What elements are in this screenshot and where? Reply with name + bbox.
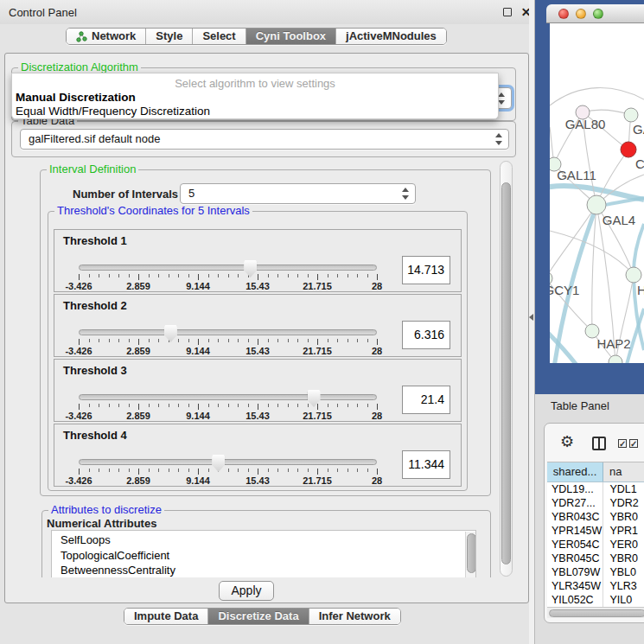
panel-splitter[interactable]	[529, 0, 535, 644]
slider-tick	[377, 274, 378, 280]
scrollbar-thumb[interactable]	[549, 609, 644, 617]
slider-handle[interactable]	[164, 325, 177, 342]
table-data-combobox[interactable]: galFiltered.sif default node	[20, 129, 509, 150]
node-attribute-table[interactable]: shared... na YDL19...YDL1YDR27...YDR2YBR…	[547, 462, 644, 607]
table-horizontal-scrollbar[interactable]	[547, 607, 644, 618]
tab-impute-data[interactable]: Impute Data	[124, 609, 207, 624]
slider-track[interactable]	[79, 329, 377, 335]
slider-tick	[348, 339, 348, 342]
scrollbar-thumb[interactable]	[501, 182, 511, 564]
table-row[interactable]: YBR045CYBR0	[547, 552, 644, 565]
network-node-label: C	[635, 156, 644, 171]
tab-jactivemnodules[interactable]: jActiveMNodules	[335, 29, 446, 44]
threshold-2-value-field[interactable]: 6.316	[402, 321, 450, 349]
gear-icon[interactable]: ⚙	[560, 434, 574, 450]
slider-tick	[188, 339, 189, 342]
slider-track[interactable]	[79, 394, 377, 400]
attribute-list-item[interactable]: TopologicalCoefficient	[61, 548, 475, 564]
slider-handle[interactable]	[308, 390, 321, 407]
network-node[interactable]	[621, 142, 636, 157]
apply-button[interactable]: Apply	[219, 581, 274, 601]
table-row[interactable]: YER054CYER0	[547, 538, 644, 552]
table-row[interactable]: YPR145WYPR1	[547, 524, 644, 538]
slider-tick	[377, 339, 378, 345]
table-cell[interactable]: YLR345W	[547, 579, 603, 593]
table-cell[interactable]: YLR3	[603, 579, 644, 593]
numerical-attributes-list[interactable]: SelfLoopsTopologicalCoefficientBetweenne…	[51, 530, 476, 577]
table-cell[interactable]: YDR2	[603, 496, 644, 510]
network-node[interactable]	[624, 108, 638, 122]
table-cell[interactable]: YBR0	[603, 510, 644, 524]
table-row[interactable]: YDR27...YDR2	[547, 496, 644, 510]
table-cell[interactable]: YER0	[603, 538, 644, 552]
scrollbar-thumb[interactable]	[467, 533, 476, 573]
close-window-icon[interactable]	[558, 9, 569, 19]
network-view-canvas[interactable]: GAL80GACGAL11GAL4GCY1HHAP2	[550, 23, 644, 363]
threshold-1-value-field[interactable]: 14.713	[402, 256, 450, 284]
table-cell[interactable]: YDR27...	[547, 496, 603, 510]
threshold-4-panel: Threshold 4 -3.4262.8599.14415.4321.7152…	[54, 424, 462, 487]
popup-option-equal-width-frequency[interactable]: Equal Width/Frequency Discretization	[16, 105, 210, 118]
tab-discretize-data[interactable]: Discretize Data	[207, 609, 308, 624]
attribute-list-item[interactable]: SelfLoops	[61, 532, 475, 548]
column-header-shared-name[interactable]: shared...	[547, 462, 603, 481]
settings-scrollbar[interactable]	[500, 161, 513, 577]
table-cell[interactable]: YPR1	[603, 524, 644, 538]
threshold-1-slider[interactable]: -3.4262.8599.14415.4321.71528	[79, 263, 377, 292]
network-node[interactable]	[626, 267, 641, 283]
slider-handle[interactable]	[244, 260, 257, 277]
table-cell[interactable]: YBR043C	[547, 510, 603, 524]
table-cell[interactable]: YPR145W	[547, 524, 603, 538]
slider-handle[interactable]	[212, 455, 225, 472]
tab-cyni-toolbox[interactable]: Cyni Toolbox	[245, 29, 335, 44]
table-cell[interactable]: YDL19...	[547, 482, 603, 496]
slider-track[interactable]	[79, 459, 377, 465]
table-row[interactable]: YBR043CYBR0	[547, 510, 644, 524]
table-cell[interactable]: YIL0	[603, 593, 644, 607]
slider-tick	[337, 469, 338, 472]
table-row[interactable]: YBL079WYBL0	[547, 565, 644, 579]
slider-tick	[367, 404, 368, 407]
float-panel-icon[interactable]	[503, 8, 512, 16]
network-node[interactable]	[587, 195, 606, 214]
checkbox-icon[interactable]: ✓	[629, 439, 638, 448]
table-row[interactable]: YDL19...YDL1	[547, 482, 644, 496]
table-cell[interactable]: YER054C	[547, 538, 603, 552]
table-row[interactable]: YLR345WYLR3	[547, 579, 644, 593]
table-cell[interactable]: YIL052C	[547, 593, 603, 607]
attributes-list-scrollbar[interactable]	[465, 532, 476, 577]
slider-tick	[357, 274, 358, 277]
zoom-window-icon[interactable]	[593, 9, 603, 19]
table-cell[interactable]: YDL1	[603, 482, 644, 496]
slider-tick	[268, 274, 269, 277]
thresholds-group-title: Threshold's Coordinates for 5 Intervals	[54, 205, 252, 217]
checkbox-icon[interactable]: ✓	[618, 439, 627, 448]
tab-infer-network[interactable]: Infer Network	[309, 609, 400, 624]
threshold-4-value-field[interactable]: 11.344	[402, 450, 450, 479]
network-node-label: HAP2	[596, 336, 630, 351]
splitter-collapse-icon[interactable]	[529, 314, 533, 321]
threshold-3-value-field[interactable]: 21.4	[402, 386, 450, 414]
tab-select[interactable]: Select	[192, 29, 245, 44]
tab-network[interactable]: Network	[67, 29, 145, 44]
network-window-titlebar[interactable]	[546, 4, 644, 23]
slider-tick	[268, 339, 269, 342]
combo-stepper-icon	[401, 188, 409, 200]
threshold-3-slider[interactable]: -3.4262.8599.14415.4321.71528	[79, 392, 377, 422]
popup-option-manual-discretization[interactable]: Manual Discretization	[16, 91, 136, 104]
tab-style[interactable]: Style	[145, 29, 192, 44]
slider-tick	[288, 339, 289, 342]
slider-track[interactable]	[79, 265, 377, 271]
table-cell[interactable]: YBL079W	[547, 565, 603, 579]
table-cell[interactable]: YBR0	[603, 552, 644, 565]
table-row[interactable]: YIL052CYIL0	[547, 593, 644, 607]
attribute-list-item[interactable]: BetweennessCentrality	[61, 563, 475, 577]
column-header-name[interactable]: na	[603, 462, 644, 481]
table-cell[interactable]: YBL0	[603, 565, 644, 579]
columns-icon[interactable]	[592, 437, 606, 450]
minimize-window-icon[interactable]	[576, 9, 586, 19]
table-cell[interactable]: YBR045C	[547, 552, 603, 565]
threshold-2-slider[interactable]: -3.4262.8599.14415.4321.71528	[79, 328, 377, 357]
threshold-4-slider[interactable]: -3.4262.8599.14415.4321.71528	[79, 457, 377, 487]
number-of-intervals-combobox[interactable]: 5	[180, 183, 416, 204]
